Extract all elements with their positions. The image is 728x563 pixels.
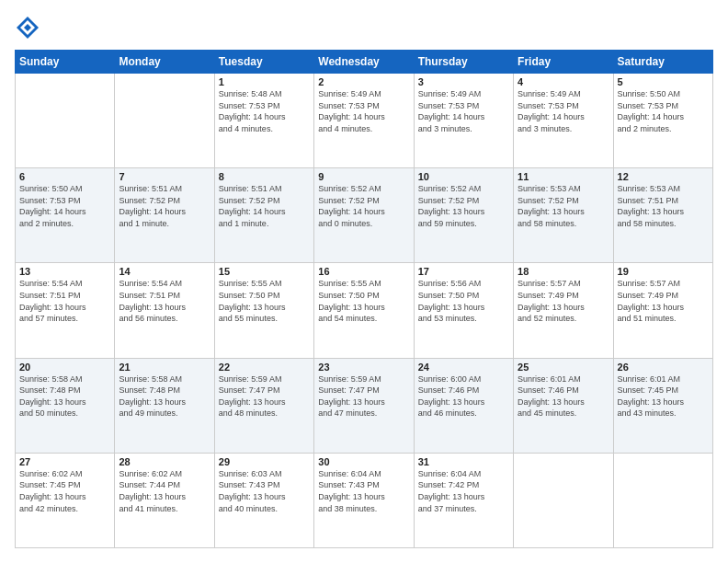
calendar-cell xyxy=(613,453,712,547)
calendar-cell: 25Sunrise: 6:01 AM Sunset: 7:46 PM Dayli… xyxy=(514,358,613,453)
day-info: Sunrise: 5:54 AM Sunset: 7:51 PM Dayligh… xyxy=(19,278,110,324)
page: SundayMondayTuesdayWednesdayThursdayFrid… xyxy=(0,0,728,563)
calendar-week-row: 1Sunrise: 5:48 AM Sunset: 7:53 PM Daylig… xyxy=(16,74,713,168)
weekday-header: Monday xyxy=(115,51,214,74)
calendar-cell: 20Sunrise: 5:58 AM Sunset: 7:48 PM Dayli… xyxy=(16,358,115,453)
day-number: 19 xyxy=(618,266,709,277)
day-number: 25 xyxy=(518,362,609,373)
day-number: 18 xyxy=(518,266,609,277)
day-number: 4 xyxy=(518,76,609,87)
day-info: Sunrise: 6:02 AM Sunset: 7:45 PM Dayligh… xyxy=(19,468,110,514)
day-info: Sunrise: 5:49 AM Sunset: 7:53 PM Dayligh… xyxy=(418,88,509,134)
day-number: 21 xyxy=(119,362,210,373)
day-info: Sunrise: 5:57 AM Sunset: 7:49 PM Dayligh… xyxy=(618,278,709,324)
calendar-table: SundayMondayTuesdayWednesdayThursdayFrid… xyxy=(15,50,713,548)
day-info: Sunrise: 6:00 AM Sunset: 7:46 PM Dayligh… xyxy=(418,373,509,419)
calendar-cell xyxy=(115,74,214,168)
day-number: 27 xyxy=(19,456,110,467)
calendar-cell: 28Sunrise: 6:02 AM Sunset: 7:44 PM Dayli… xyxy=(115,453,214,547)
calendar-cell: 18Sunrise: 5:57 AM Sunset: 7:49 PM Dayli… xyxy=(514,263,613,358)
day-info: Sunrise: 5:56 AM Sunset: 7:50 PM Dayligh… xyxy=(418,278,509,324)
day-number: 31 xyxy=(418,456,509,467)
day-number: 10 xyxy=(418,171,509,182)
calendar-cell: 3Sunrise: 5:49 AM Sunset: 7:53 PM Daylig… xyxy=(414,74,513,168)
day-info: Sunrise: 5:51 AM Sunset: 7:52 PM Dayligh… xyxy=(119,183,210,229)
day-info: Sunrise: 5:57 AM Sunset: 7:49 PM Dayligh… xyxy=(518,278,609,324)
weekday-header: Wednesday xyxy=(314,51,414,74)
day-number: 30 xyxy=(318,456,409,467)
calendar-cell: 14Sunrise: 5:54 AM Sunset: 7:51 PM Dayli… xyxy=(115,263,214,358)
weekday-header: Sunday xyxy=(16,51,115,74)
weekday-header: Thursday xyxy=(414,51,513,74)
calendar-cell: 27Sunrise: 6:02 AM Sunset: 7:45 PM Dayli… xyxy=(16,453,115,547)
day-number: 15 xyxy=(219,266,310,277)
day-number: 12 xyxy=(618,171,709,182)
day-number: 3 xyxy=(418,76,509,87)
calendar-cell: 31Sunrise: 6:04 AM Sunset: 7:42 PM Dayli… xyxy=(414,453,513,547)
day-number: 11 xyxy=(518,171,609,182)
day-info: Sunrise: 6:02 AM Sunset: 7:44 PM Dayligh… xyxy=(119,468,210,514)
day-info: Sunrise: 5:50 AM Sunset: 7:53 PM Dayligh… xyxy=(19,183,110,229)
day-info: Sunrise: 6:01 AM Sunset: 7:46 PM Dayligh… xyxy=(518,373,609,419)
header xyxy=(15,15,713,40)
day-info: Sunrise: 5:52 AM Sunset: 7:52 PM Dayligh… xyxy=(418,183,509,229)
day-info: Sunrise: 5:50 AM Sunset: 7:53 PM Dayligh… xyxy=(618,88,709,134)
day-info: Sunrise: 5:58 AM Sunset: 7:48 PM Dayligh… xyxy=(19,373,110,419)
calendar-week-row: 27Sunrise: 6:02 AM Sunset: 7:45 PM Dayli… xyxy=(16,453,713,547)
day-number: 16 xyxy=(318,266,409,277)
day-number: 24 xyxy=(418,362,509,373)
calendar-cell: 23Sunrise: 5:59 AM Sunset: 7:47 PM Dayli… xyxy=(314,358,414,453)
day-number: 7 xyxy=(119,171,210,182)
calendar-cell: 17Sunrise: 5:56 AM Sunset: 7:50 PM Dayli… xyxy=(414,263,513,358)
calendar-cell: 24Sunrise: 6:00 AM Sunset: 7:46 PM Dayli… xyxy=(414,358,513,453)
day-number: 20 xyxy=(19,362,110,373)
calendar-cell: 26Sunrise: 6:01 AM Sunset: 7:45 PM Dayli… xyxy=(613,358,712,453)
logo xyxy=(15,15,44,40)
day-number: 9 xyxy=(318,171,409,182)
calendar-week-row: 20Sunrise: 5:58 AM Sunset: 7:48 PM Dayli… xyxy=(16,358,713,453)
day-number: 26 xyxy=(618,362,709,373)
day-info: Sunrise: 5:55 AM Sunset: 7:50 PM Dayligh… xyxy=(219,278,310,324)
day-info: Sunrise: 5:59 AM Sunset: 7:47 PM Dayligh… xyxy=(219,373,310,419)
calendar-cell: 10Sunrise: 5:52 AM Sunset: 7:52 PM Dayli… xyxy=(414,168,513,263)
day-number: 6 xyxy=(19,171,110,182)
calendar-cell: 13Sunrise: 5:54 AM Sunset: 7:51 PM Dayli… xyxy=(16,263,115,358)
day-number: 5 xyxy=(618,76,709,87)
calendar-cell: 30Sunrise: 6:04 AM Sunset: 7:43 PM Dayli… xyxy=(314,453,414,547)
day-info: Sunrise: 5:49 AM Sunset: 7:53 PM Dayligh… xyxy=(518,88,609,134)
calendar-cell: 12Sunrise: 5:53 AM Sunset: 7:51 PM Dayli… xyxy=(613,168,712,263)
calendar-header-row: SundayMondayTuesdayWednesdayThursdayFrid… xyxy=(16,51,713,74)
day-number: 29 xyxy=(219,456,310,467)
day-number: 2 xyxy=(318,76,409,87)
day-number: 8 xyxy=(219,171,310,182)
weekday-header: Saturday xyxy=(613,51,712,74)
weekday-header: Friday xyxy=(514,51,613,74)
calendar-cell: 7Sunrise: 5:51 AM Sunset: 7:52 PM Daylig… xyxy=(115,168,214,263)
calendar-cell xyxy=(514,453,613,547)
calendar-cell: 11Sunrise: 5:53 AM Sunset: 7:52 PM Dayli… xyxy=(514,168,613,263)
calendar-cell: 8Sunrise: 5:51 AM Sunset: 7:52 PM Daylig… xyxy=(214,168,313,263)
calendar-cell: 4Sunrise: 5:49 AM Sunset: 7:53 PM Daylig… xyxy=(514,74,613,168)
calendar-week-row: 13Sunrise: 5:54 AM Sunset: 7:51 PM Dayli… xyxy=(16,263,713,358)
day-info: Sunrise: 5:54 AM Sunset: 7:51 PM Dayligh… xyxy=(119,278,210,324)
calendar-cell: 29Sunrise: 6:03 AM Sunset: 7:43 PM Dayli… xyxy=(214,453,313,547)
day-info: Sunrise: 5:52 AM Sunset: 7:52 PM Dayligh… xyxy=(318,183,409,229)
calendar-cell: 16Sunrise: 5:55 AM Sunset: 7:50 PM Dayli… xyxy=(314,263,414,358)
day-number: 1 xyxy=(219,76,310,87)
weekday-header: Tuesday xyxy=(214,51,313,74)
calendar-cell: 2Sunrise: 5:49 AM Sunset: 7:53 PM Daylig… xyxy=(314,74,414,168)
logo-icon xyxy=(15,15,40,40)
calendar-cell: 15Sunrise: 5:55 AM Sunset: 7:50 PM Dayli… xyxy=(214,263,313,358)
calendar-cell: 9Sunrise: 5:52 AM Sunset: 7:52 PM Daylig… xyxy=(314,168,414,263)
day-info: Sunrise: 5:59 AM Sunset: 7:47 PM Dayligh… xyxy=(318,373,409,419)
day-number: 14 xyxy=(119,266,210,277)
day-info: Sunrise: 6:04 AM Sunset: 7:43 PM Dayligh… xyxy=(318,468,409,514)
day-number: 13 xyxy=(19,266,110,277)
calendar-cell: 1Sunrise: 5:48 AM Sunset: 7:53 PM Daylig… xyxy=(214,74,313,168)
calendar-cell xyxy=(16,74,115,168)
calendar-week-row: 6Sunrise: 5:50 AM Sunset: 7:53 PM Daylig… xyxy=(16,168,713,263)
day-info: Sunrise: 6:04 AM Sunset: 7:42 PM Dayligh… xyxy=(418,468,509,514)
calendar-cell: 21Sunrise: 5:58 AM Sunset: 7:48 PM Dayli… xyxy=(115,358,214,453)
day-info: Sunrise: 6:03 AM Sunset: 7:43 PM Dayligh… xyxy=(219,468,310,514)
day-number: 22 xyxy=(219,362,310,373)
